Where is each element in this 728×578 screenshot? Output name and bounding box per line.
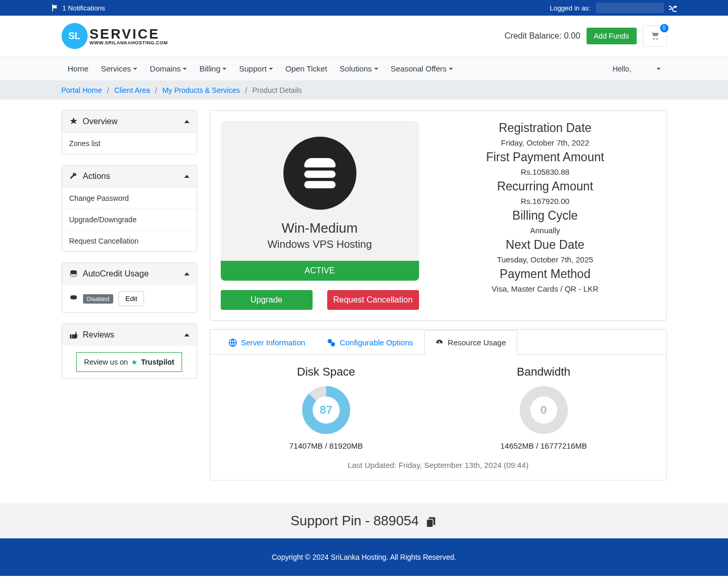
- request-cancellation-button[interactable]: Request Cancellation: [327, 290, 419, 310]
- nav-seasonal-offers[interactable]: Seasonal Offers: [385, 57, 459, 80]
- disk-usage-pct: 87: [319, 403, 332, 417]
- cart-button[interactable]: 0: [643, 26, 667, 47]
- shuffle-icon[interactable]: [669, 4, 677, 12]
- reg-date-label: Registration Date: [435, 121, 656, 135]
- sidebar-item-request-cancellation[interactable]: Request Cancellation: [62, 230, 197, 251]
- sidebar: Overview Zones list Actions Change Passw…: [62, 110, 197, 480]
- chevron-down-icon: [133, 68, 137, 70]
- reg-date-value: Friday, October 7th, 2022: [435, 138, 656, 147]
- nav-support[interactable]: Support: [233, 57, 279, 80]
- thumbs-up-icon: [69, 331, 78, 339]
- disk-usage-title: Disk Space: [289, 365, 363, 379]
- dashboard-icon: [435, 339, 444, 347]
- nav-home[interactable]: Home: [62, 57, 95, 80]
- product-card: Win-Medium Windows VPS Hosting ACTIVE Up…: [210, 110, 667, 321]
- hello-menu[interactable]: Hello,: [606, 57, 667, 80]
- copy-icon[interactable]: [426, 515, 437, 527]
- chevron-up-icon: [184, 175, 189, 178]
- first-payment-label: First Payment Amount: [435, 150, 656, 164]
- add-funds-button[interactable]: Add Funds: [587, 28, 637, 44]
- credit-balance: Credit Balance: 0.00: [505, 31, 580, 41]
- panel-header-reviews[interactable]: Reviews: [62, 324, 197, 346]
- first-payment-value: Rs.105830.88: [435, 167, 656, 176]
- tab-label: Server Information: [241, 338, 305, 347]
- footer: Copyright © 2024 SriLanka Hosting. All R…: [0, 538, 728, 576]
- next-due-label: Next Due Date: [435, 238, 656, 252]
- panel-header-overview[interactable]: Overview: [62, 111, 197, 133]
- chevron-down-icon: [374, 68, 378, 70]
- coins-icon: [69, 270, 78, 278]
- support-pin-text: Support Pin - 889054: [291, 513, 419, 529]
- svg-rect-6: [427, 519, 433, 527]
- panel-header-actions[interactable]: Actions: [62, 165, 197, 187]
- navbar: Home Services Domains Billing Support Op…: [0, 56, 728, 81]
- hello-label: Hello,: [613, 65, 631, 73]
- cogs-icon: [327, 339, 336, 347]
- topbar: 1 Notifications Logged in as:: [0, 0, 728, 16]
- panel-header-autocredit[interactable]: AutoCredit Usage: [62, 263, 197, 285]
- nav-services[interactable]: Services: [95, 57, 144, 80]
- tab-resource-usage[interactable]: Resource Usage: [424, 330, 517, 355]
- user-name-box[interactable]: [596, 3, 664, 13]
- nav-label: Services: [101, 64, 132, 73]
- tab-configurable-options[interactable]: Configurable Options: [316, 330, 424, 355]
- logo-service-text: SERVICE: [90, 27, 168, 41]
- nav-label: Billing: [199, 64, 220, 73]
- chevron-up-icon: [184, 333, 189, 336]
- breadcrumb-products[interactable]: My Products & Services: [162, 86, 240, 94]
- payment-method-value: Visa, Master Cards / QR - LKR: [435, 284, 656, 293]
- bandwidth-usage: Bandwidth 0 14652MB / 16777216MB: [500, 365, 587, 450]
- support-pin-bar: Support Pin - 889054: [0, 503, 728, 538]
- panel-actions: Actions Change Password Upgrade/Downgrad…: [62, 165, 197, 252]
- billing-cycle-value: Annually: [435, 226, 656, 235]
- trustpilot-prefix: Review us on: [84, 358, 128, 366]
- footer-text: Copyright © 2024 SriLanka Hosting. All R…: [272, 553, 457, 561]
- trustpilot-widget[interactable]: Review us on ★ Trustpilot: [76, 352, 182, 372]
- product-status-badge: ACTIVE: [221, 261, 419, 281]
- product-category: Windows VPS Hosting: [231, 238, 409, 250]
- sidebar-item-zones[interactable]: Zones list: [62, 133, 197, 154]
- panel-reviews: Reviews Review us on ★ Trustpilot: [62, 323, 197, 379]
- notifications-link[interactable]: 1 Notifications: [51, 4, 105, 12]
- upgrade-button[interactable]: Upgrade: [221, 290, 313, 310]
- billing-cycle-label: Billing Cycle: [435, 209, 656, 223]
- logged-in-label: Logged in as:: [550, 4, 590, 12]
- tabs-container: Server Information Configurable Options …: [210, 329, 667, 480]
- sidebar-item-upgrade-downgrade[interactable]: Upgrade/Downgrade: [62, 209, 197, 230]
- header: SL SERVICE WWW.SRILANKAHOSTING.COM Credi…: [0, 16, 728, 56]
- nav-domains[interactable]: Domains: [144, 57, 193, 80]
- product-name: Win-Medium: [231, 220, 409, 236]
- chevron-up-icon: [184, 272, 189, 275]
- breadcrumb-current: Product Details: [252, 86, 302, 94]
- bandwidth-usage-text: 14652MB / 16777216MB: [500, 441, 587, 450]
- flag-icon: [51, 4, 59, 12]
- tab-label: Configurable Options: [340, 338, 413, 347]
- bandwidth-usage-title: Bandwidth: [500, 365, 587, 379]
- breadcrumb-portal[interactable]: Portal Home: [62, 86, 102, 94]
- autocredit-edit-button[interactable]: Edit: [118, 291, 144, 306]
- breadcrumb-client[interactable]: Client Area: [114, 86, 150, 94]
- tab-server-information[interactable]: Server Information: [218, 330, 316, 355]
- panel-title: Actions: [83, 172, 110, 181]
- trustpilot-star-icon: ★: [131, 358, 138, 366]
- nav-label: Open Ticket: [285, 64, 327, 73]
- sidebar-item-change-password[interactable]: Change Password: [62, 187, 197, 209]
- recurring-label: Recurring Amount: [435, 179, 656, 194]
- payment-method-label: Payment Method: [435, 267, 656, 281]
- chevron-down-icon: [269, 68, 273, 70]
- panel-autocredit: AutoCredit Usage Disabled Edit: [62, 262, 197, 313]
- nav-solutions[interactable]: Solutions: [333, 57, 385, 80]
- nav-open-ticket[interactable]: Open Ticket: [279, 57, 333, 80]
- chevron-down-icon: [449, 68, 453, 70]
- main-content: Win-Medium Windows VPS Hosting ACTIVE Up…: [210, 110, 667, 480]
- panel-title: Overview: [83, 117, 118, 126]
- product-info: Registration Date Friday, October 7th, 2…: [435, 121, 656, 310]
- tab-label: Resource Usage: [448, 338, 506, 347]
- database-icon: [283, 137, 356, 210]
- disk-usage-donut: 87: [302, 386, 350, 434]
- notifications-text: 1 Notifications: [63, 4, 105, 12]
- chevron-down-icon: [657, 68, 661, 70]
- logo[interactable]: SL SERVICE WWW.SRILANKAHOSTING.COM: [62, 23, 168, 49]
- trustpilot-name: Trustpilot: [141, 358, 174, 366]
- nav-billing[interactable]: Billing: [193, 57, 233, 80]
